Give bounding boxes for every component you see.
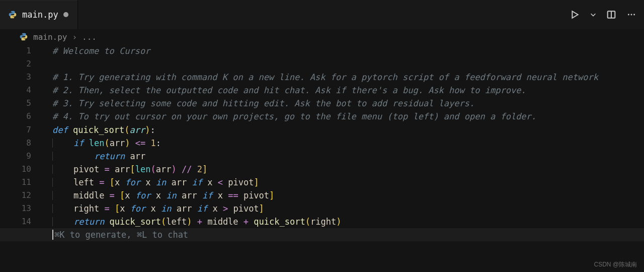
code-line[interactable]: return arr [52,150,644,163]
code-line[interactable]: if len(arr) <= 1: [52,137,644,150]
code-line[interactable]: # 2. Then, select the outputted code and… [52,84,644,97]
line-number: 11 [0,176,42,189]
code-line[interactable]: pivot = arr[len(arr) // 2] [52,163,644,176]
svg-point-8 [25,39,25,39]
tab-filename: main.py [22,10,58,20]
run-menu-chevron-icon[interactable] [590,9,597,20]
line-number: 7 [0,123,42,137]
svg-point-5 [631,14,632,16]
code-line[interactable]: # 1. Try generating with command K on a … [52,71,644,84]
code-line[interactable]: middle = [x for x in arr if x == pivot] [52,189,644,202]
svg-point-1 [14,17,14,17]
chevron-right-icon: › [72,32,77,42]
breadcrumb-rest: ... [82,32,97,42]
line-number: 4 [0,84,42,97]
line-number: 10 [0,163,42,176]
code-line[interactable] [52,57,644,71]
svg-point-4 [628,14,629,16]
python-file-icon [8,10,17,19]
line-number: 1 [0,44,42,57]
inline-placeholder: ⌘K to generate, ⌘L to chat [54,228,188,241]
tab-bar: main.py [0,0,644,29]
svg-point-6 [633,14,635,16]
code-content[interactable]: # Welcome to Cursor # 1. Try generating … [52,44,644,241]
code-line[interactable]: right = [x for x in arr if x > pivot] [52,202,644,215]
code-line[interactable]: return quick_sort(left) + middle + quick… [52,215,644,228]
line-number: 5 [0,97,42,110]
line-number: 2 [0,57,42,71]
line-number: 14 [0,215,42,228]
line-number: 9 [0,150,42,163]
code-line[interactable]: def quick_sort(arr): [52,123,644,137]
code-line[interactable]: # 3. Try selecting some code and hitting… [52,97,644,110]
line-number: 6 [0,110,42,123]
watermark: CSDN @陈城南 [594,260,637,269]
line-number: 8 [0,137,42,150]
more-actions-button[interactable] [626,9,637,20]
code-line[interactable]: # Welcome to Cursor [52,44,644,57]
svg-point-0 [11,12,12,12]
svg-point-7 [22,34,23,34]
code-line[interactable]: # 4. To try out cursor on your own proje… [52,110,644,123]
text-cursor [52,230,53,240]
breadcrumb-filename: main.py [33,32,67,42]
code-editor[interactable]: 123456789101112131415 # Welcome to Curso… [0,44,644,272]
editor-tab-main[interactable]: main.py [0,0,78,29]
line-number: 3 [0,71,42,84]
split-editor-button[interactable] [606,9,617,20]
code-line[interactable]: ⌘K to generate, ⌘L to chat [0,228,644,241]
line-number: 12 [0,189,42,202]
line-number: 13 [0,202,42,215]
python-file-icon [19,32,28,41]
run-button[interactable] [570,9,581,20]
editor-title-actions [570,0,637,29]
tab-dirty-indicator-icon [63,12,68,17]
code-line[interactable]: left = [x for x in arr if x < pivot] [52,176,644,189]
breadcrumb[interactable]: main.py › ... [0,29,644,44]
